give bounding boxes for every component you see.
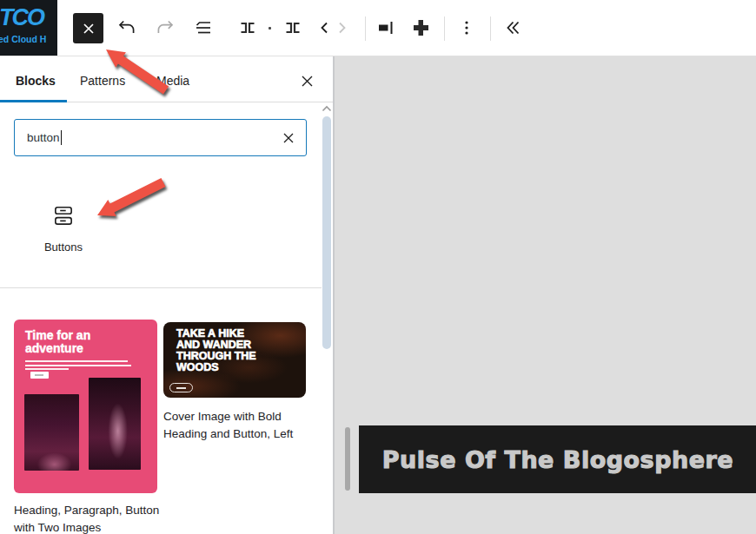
text-caret — [61, 130, 62, 145]
pattern-preview-button — [30, 372, 49, 379]
back-button[interactable] — [316, 14, 334, 42]
site-logo-subtext: ed Cloud H — [0, 34, 57, 44]
pattern-preview-image-left — [24, 394, 79, 471]
inserter-tabs: Blocks Patterns Media — [0, 56, 333, 102]
pattern-preview-heading: Time for an adventure — [25, 329, 129, 354]
pattern-preview-button — [169, 383, 193, 392]
options-kebab-icon — [458, 19, 475, 36]
close-icon — [300, 74, 315, 89]
block-inserter-panel: Blocks Patterns Media button — [0, 56, 334, 534]
pattern-caption: Cover Image with Bold Heading and Button… — [163, 408, 309, 443]
collapse-double-chevron-icon — [502, 18, 521, 37]
pattern-caption: Heading, Paragraph, Button with Two Imag… — [14, 502, 170, 534]
toolbar-separator — [365, 16, 366, 41]
editor-toolbar: TCO ed Cloud H — [0, 0, 756, 56]
site-title-block[interactable]: Pulse Of The Blogosphere — [359, 425, 756, 493]
search-input-value: button — [27, 131, 60, 144]
pattern-preview-dark-card: Take a hike and wander through the woods — [163, 322, 306, 398]
tab-media[interactable]: Media — [156, 69, 189, 92]
canvas-scrollbar-thumb[interactable] — [345, 427, 350, 491]
tab-patterns[interactable]: Patterns — [80, 69, 125, 92]
close-icon — [81, 21, 96, 36]
undo-icon — [116, 17, 137, 38]
forward-button[interactable] — [333, 14, 350, 42]
bracket-pair-button-1[interactable] — [234, 14, 262, 42]
undo-button[interactable] — [113, 14, 141, 42]
bracket-pair-icon-2 — [282, 17, 303, 38]
buttons-block-icon — [52, 204, 75, 228]
forward-chevron-icon — [334, 20, 349, 36]
sidebar-scrollbar-thumb[interactable] — [322, 116, 331, 349]
redo-button[interactable] — [151, 14, 179, 42]
pattern-preview-image-right — [89, 378, 141, 470]
pattern-preview-pink-card: Time for an adventure — [14, 320, 157, 493]
block-inserter-toggle-button[interactable] — [73, 13, 103, 43]
bracket-pair-button-2[interactable] — [279, 14, 307, 42]
search-input[interactable]: button — [14, 119, 307, 156]
wordpress-block-editor: TCO ed Cloud H — [0, 0, 756, 534]
toolbar-separator — [490, 16, 491, 41]
dot-separator-icon — [269, 27, 271, 30]
site-logo[interactable]: TCO ed Cloud H — [0, 0, 57, 56]
scrollbar-up-icon[interactable] — [321, 104, 333, 113]
document-overview-button[interactable] — [189, 14, 217, 42]
tab-blocks[interactable]: Blocks — [16, 69, 56, 92]
toolbar-separator — [444, 16, 445, 41]
close-inserter-button[interactable] — [295, 69, 318, 92]
bracket-pair-icon-1 — [237, 17, 258, 38]
section-divider — [0, 287, 322, 288]
clear-search-button[interactable] — [282, 131, 295, 145]
pattern-item-two-images[interactable]: Time for an adventure Heading, Paragraph… — [14, 320, 167, 534]
site-title-text: Pulse Of The Blogosphere — [382, 446, 733, 473]
justify-right-icon — [375, 17, 396, 38]
thick-plus-icon — [410, 17, 431, 38]
site-logo-text: TCO — [0, 4, 57, 31]
collapse-sidebar-button[interactable] — [500, 14, 524, 42]
options-button[interactable] — [454, 14, 479, 42]
thick-plus-button[interactable] — [407, 14, 434, 42]
active-tab-underline — [0, 100, 67, 102]
block-result-buttons[interactable]: Buttons — [20, 194, 107, 277]
editor-canvas[interactable]: Pulse Of The Blogosphere — [334, 56, 756, 534]
justify-right-button[interactable] — [372, 14, 400, 42]
redo-icon — [155, 17, 176, 38]
pattern-item-cover-image[interactable]: Take a hike and wander through the woods… — [163, 322, 309, 443]
block-result-label: Buttons — [44, 241, 83, 254]
back-chevron-icon — [317, 20, 333, 36]
pattern-preview-heading: Take a hike and wander through the woods — [176, 328, 268, 373]
clear-search-icon — [282, 131, 295, 145]
document-overview-icon — [193, 17, 214, 38]
pattern-preview-paragraph — [25, 360, 129, 372]
